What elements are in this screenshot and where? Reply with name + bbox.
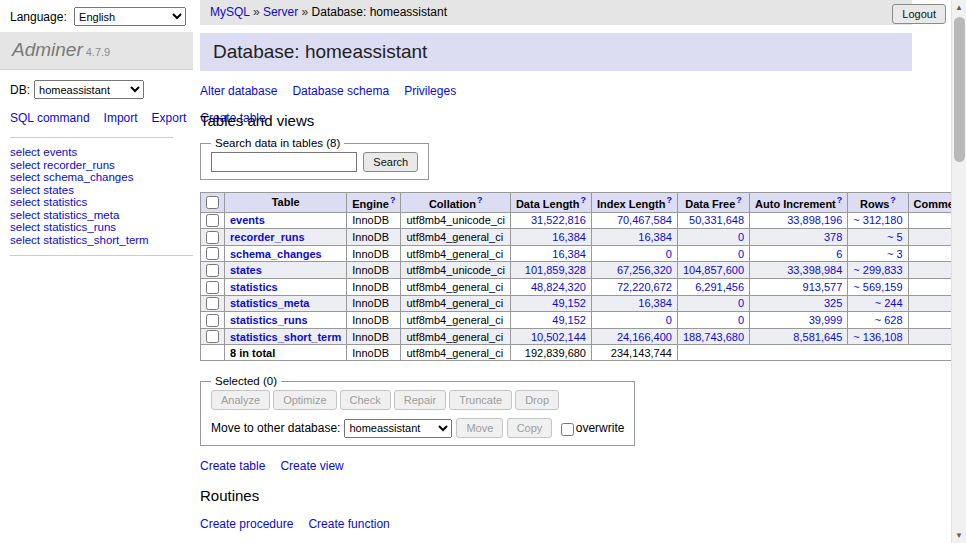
sidebar-table-link-statistics-runs[interactable]: statistics_runs (43, 221, 116, 233)
sidebar-select-link-statistics-runs[interactable]: select (10, 221, 40, 233)
copy-button[interactable]: Copy (507, 418, 553, 438)
data-free-link-statistics-runs[interactable]: 0 (738, 314, 744, 326)
row-checkbox-statistics-meta[interactable] (206, 297, 219, 310)
search-button[interactable]: Search (363, 152, 418, 172)
index-length-link-statistics-meta[interactable]: 16,384 (638, 297, 672, 309)
index-length-link-events[interactable]: 70,467,584 (617, 214, 672, 226)
data-free-link-states[interactable]: 104,857,600 (683, 264, 744, 276)
create-link-create-view[interactable]: Create view (280, 459, 343, 473)
auto-increment-link-statistics-short-term[interactable]: 8,581,645 (793, 331, 842, 343)
sidebar-select-link-schema-changes[interactable]: select (10, 171, 40, 183)
sidebar-table-link-schema-changes[interactable]: schema_changes (43, 171, 133, 183)
scroll-up-arrow[interactable]: ▲ (952, 0, 966, 15)
auto-increment-link-statistics-meta[interactable]: 325 (824, 297, 842, 309)
row-checkbox-events[interactable] (206, 214, 219, 227)
sidebar-select-link-recorder-runs[interactable]: select (10, 159, 40, 171)
rows-link-recorder-runs[interactable]: ~ 5 (887, 231, 903, 243)
routine-link-create-function[interactable]: Create function (308, 517, 389, 531)
data-length-link-statistics-meta[interactable]: 49,152 (552, 297, 586, 309)
table-name-link-statistics-short-term[interactable]: statistics_short_term (230, 331, 341, 343)
row-checkbox-statistics-short-term[interactable] (206, 330, 219, 343)
auto-increment-link-schema-changes[interactable]: 6 (836, 248, 842, 260)
rows-link-statistics-runs[interactable]: ~ 628 (875, 314, 903, 326)
routine-link-create-procedure[interactable]: Create procedure (200, 517, 293, 531)
index-length-link-statistics-runs[interactable]: 0 (666, 314, 672, 326)
table-name-link-events[interactable]: events (230, 214, 265, 226)
sidebar-table-link-recorder-runs[interactable]: recorder_runs (43, 159, 115, 171)
help-link[interactable]: ? (666, 195, 672, 205)
language-select[interactable]: English (74, 7, 186, 26)
data-length-link-events[interactable]: 31,522,816 (531, 214, 586, 226)
vertical-scrollbar[interactable]: ▲ ▼ (951, 0, 966, 543)
data-length-link-schema-changes[interactable]: 16,384 (552, 248, 586, 260)
data-length-link-states[interactable]: 101,859,328 (525, 264, 586, 276)
rows-link-schema-changes[interactable]: ~ 3 (887, 248, 903, 260)
table-name-link-schema-changes[interactable]: schema_changes (230, 248, 322, 260)
sidebar-table-link-statistics[interactable]: statistics (43, 196, 87, 208)
index-length-link-recorder-runs[interactable]: 16,384 (638, 231, 672, 243)
sidebar-link-export[interactable]: Export (152, 111, 187, 125)
row-checkbox-schema-changes[interactable] (206, 247, 219, 260)
index-length-link-states[interactable]: 67,256,320 (617, 264, 672, 276)
move-button[interactable]: Move (456, 418, 503, 438)
data-length-link-statistics-short-term[interactable]: 10,502,144 (531, 331, 586, 343)
sidebar-link-sql-command[interactable]: SQL command (10, 111, 90, 125)
table-name-link-recorder-runs[interactable]: recorder_runs (230, 231, 305, 243)
help-link[interactable]: ? (890, 195, 896, 205)
sidebar-select-link-statistics-short-term[interactable]: select (10, 234, 40, 246)
sidebar-table-link-statistics-meta[interactable]: statistics_meta (43, 209, 119, 221)
search-input[interactable] (211, 152, 357, 172)
nav-link-database-schema[interactable]: Database schema (292, 84, 389, 98)
table-name-link-states[interactable]: states (230, 264, 262, 276)
help-link[interactable]: ? (477, 195, 483, 205)
scrollbar-thumb[interactable] (954, 17, 965, 162)
analyze-button[interactable]: Analyze (211, 390, 270, 410)
select-all-checkbox[interactable] (206, 196, 219, 209)
auto-increment-link-recorder-runs[interactable]: 378 (824, 231, 842, 243)
db-select[interactable]: homeassistant (34, 80, 144, 99)
rows-link-statistics-meta[interactable]: ~ 244 (875, 297, 903, 309)
data-free-link-schema-changes[interactable]: 0 (738, 248, 744, 260)
overwrite-checkbox[interactable] (561, 423, 574, 436)
check-button[interactable]: Check (340, 390, 391, 410)
data-length-link-statistics[interactable]: 48,824,320 (531, 281, 586, 293)
data-length-link-recorder-runs[interactable]: 16,384 (552, 231, 586, 243)
repair-button[interactable]: Repair (394, 390, 446, 410)
data-free-link-statistics[interactable]: 6,291,456 (695, 281, 744, 293)
auto-increment-link-statistics-runs[interactable]: 39,999 (809, 314, 843, 326)
rows-link-statistics[interactable]: ~ 569,159 (853, 281, 902, 293)
breadcrumb-link-server[interactable]: Server (263, 5, 298, 19)
row-checkbox-statistics[interactable] (206, 281, 219, 294)
rows-link-statistics-short-term[interactable]: ~ 136,108 (853, 331, 902, 343)
nav-link-privileges[interactable]: Privileges (404, 84, 456, 98)
truncate-button[interactable]: Truncate (449, 390, 512, 410)
sidebar-select-link-statistics[interactable]: select (10, 196, 40, 208)
row-checkbox-states[interactable] (206, 264, 219, 277)
data-free-link-recorder-runs[interactable]: 0 (738, 231, 744, 243)
index-length-link-statistics[interactable]: 72,220,672 (617, 281, 672, 293)
index-length-link-statistics-short-term[interactable]: 24,166,400 (617, 331, 672, 343)
row-checkbox-recorder-runs[interactable] (206, 231, 219, 244)
drop-button[interactable]: Drop (515, 390, 559, 410)
help-link[interactable]: ? (390, 195, 396, 205)
sidebar-table-link-statistics-short-term[interactable]: statistics_short_term (43, 234, 148, 246)
data-length-link-statistics-runs[interactable]: 49,152 (552, 314, 586, 326)
optimize-button[interactable]: Optimize (273, 390, 336, 410)
adminer-logo-link[interactable]: Adminer (12, 39, 83, 60)
scroll-down-arrow[interactable]: ▼ (952, 528, 966, 543)
sidebar-select-link-events[interactable]: select (10, 146, 40, 158)
table-name-link-statistics-meta[interactable]: statistics_meta (230, 297, 310, 309)
nav-link-alter-database[interactable]: Alter database (200, 84, 277, 98)
rows-link-events[interactable]: ~ 312,180 (853, 214, 902, 226)
auto-increment-link-events[interactable]: 33,898,196 (787, 214, 842, 226)
rows-link-states[interactable]: ~ 299,833 (853, 264, 902, 276)
data-free-link-statistics-short-term[interactable]: 188,743,680 (683, 331, 744, 343)
sidebar-select-link-statistics-meta[interactable]: select (10, 209, 40, 221)
index-length-link-schema-changes[interactable]: 0 (666, 248, 672, 260)
auto-increment-link-statistics[interactable]: 913,577 (803, 281, 843, 293)
create-link-create-table[interactable]: Create table (200, 459, 265, 473)
auto-increment-link-states[interactable]: 33,398,984 (787, 264, 842, 276)
sidebar-link-import[interactable]: Import (104, 111, 138, 125)
data-free-link-statistics-meta[interactable]: 0 (738, 297, 744, 309)
logout-button[interactable]: Logout (892, 4, 946, 24)
